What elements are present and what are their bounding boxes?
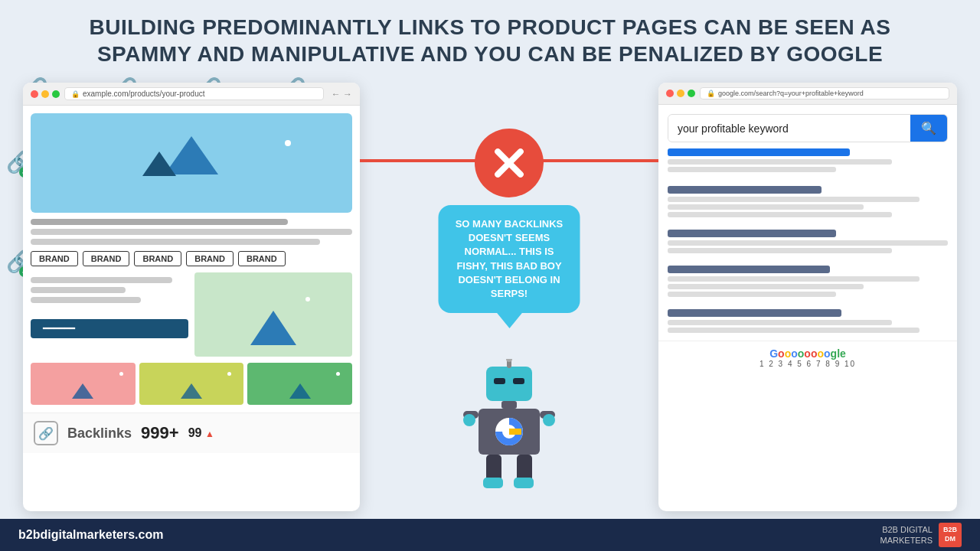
text-line-1 — [31, 219, 288, 225]
svg-rect-12 — [465, 419, 474, 425]
header: BUILDING PREDOMINANTLY LINKS TO PRODUCT … — [0, 0, 980, 75]
svg-rect-2 — [513, 378, 524, 384]
thumb-2 — [139, 363, 244, 405]
google-search-bar[interactable]: 🔍 — [668, 114, 948, 142]
product-buy-button[interactable]: ━━━━━━ — [31, 319, 188, 338]
brand-tag-1: BRAND — [31, 251, 78, 266]
svg-rect-8 — [509, 429, 521, 435]
brand-tag-4: BRAND — [186, 251, 234, 266]
text-line-2 — [31, 229, 352, 235]
serp-title-bar-1 — [668, 148, 850, 156]
serp-desc-4c — [668, 292, 836, 297]
serp-desc-3a — [668, 240, 948, 246]
serp-title-bar-4 — [668, 266, 830, 273]
close-dot — [31, 90, 38, 98]
product-left-col: ━━━━━━ — [31, 272, 188, 357]
brand-tag-5: BRAND — [238, 251, 286, 266]
middle-area: SO MANY BACKLINKS DOESN'T SEEMS NORMAL..… — [360, 75, 658, 511]
minimize-dot-r — [677, 90, 684, 97]
backlinks-rank: 99 ▲ — [188, 426, 214, 440]
serp-title-bar-5 — [668, 309, 841, 317]
footer-url: b2bdigitalmarketers.com — [18, 528, 163, 542]
serp-result-1 — [668, 148, 948, 172]
backlinks-bar: 🔗 Backlinks 999+ 99 ▲ — [23, 412, 360, 453]
footer-logo: B2BDM — [939, 523, 962, 546]
product-image — [194, 272, 352, 357]
footer-brand: B2B DIGITAL MARKETERS B2BDM — [880, 523, 962, 546]
text-line-3 — [31, 239, 320, 245]
close-dot-r — [666, 90, 674, 97]
search-input[interactable] — [668, 116, 910, 141]
serp-desc-1a — [668, 159, 892, 165]
serp-desc-5a — [668, 320, 892, 325]
search-button[interactable]: 🔍 — [910, 115, 947, 142]
svg-rect-0 — [486, 367, 532, 401]
serp-results — [658, 148, 957, 333]
product-hero-image — [31, 113, 352, 213]
footer: b2bdigitalmarketers.com B2B DIGITAL MARK… — [0, 519, 980, 551]
maximize-dot-r — [688, 90, 695, 97]
headline: BUILDING PREDOMINANTLY LINKS TO PRODUCT … — [46, 14, 934, 67]
lock-icon: 🔒 — [71, 90, 80, 98]
window-controls-right — [666, 90, 695, 97]
browser-left: 🔒 example.com/products/your-product ← → … — [23, 83, 360, 511]
google-robot — [463, 359, 555, 496]
serp-desc-3b — [668, 248, 892, 253]
footer-brand-text: B2B DIGITAL MARKETERS — [880, 524, 933, 546]
hero-sun-dot — [285, 140, 291, 146]
window-controls — [31, 90, 60, 98]
svg-rect-17 — [483, 478, 503, 488]
red-x-circle — [475, 129, 544, 197]
main-content: 🔗 ✓ 🔗 ✓ 🔗 ✓ 🔗 ✓ 🔗 ✓ 🔗 ✓ 🔗 ✓ 🔗 ✓ 🔗 ✓ — [0, 75, 980, 511]
backlinks-label: Backlinks — [67, 425, 132, 442]
serp-desc-2c — [668, 212, 892, 217]
product-thumbnails — [31, 363, 352, 405]
thumb-3 — [247, 363, 352, 405]
product-right-col — [194, 272, 352, 357]
svg-rect-15 — [486, 455, 501, 481]
thumb-1 — [31, 363, 136, 405]
pagination-numbers: 1 2 3 4 5 6 7 8 9 10 — [658, 360, 957, 368]
serp-result-2 — [668, 186, 948, 217]
google-pagination: Goooooooogle 1 2 3 4 5 6 7 8 9 10 — [658, 341, 957, 373]
brand-tag-3: BRAND — [134, 251, 181, 266]
serp-desc-2b — [668, 204, 864, 210]
serp-desc-2a — [668, 197, 920, 202]
url-bar-left[interactable]: 🔒 example.com/products/your-product — [64, 87, 324, 100]
google-logo-text: Goooooooogle — [658, 347, 957, 360]
serp-result-5 — [668, 309, 948, 333]
page-text-lines — [31, 219, 352, 245]
rank-up-arrow: ▲ — [205, 429, 214, 439]
serp-title-bar-3 — [668, 230, 836, 237]
backlinks-count: 999+ — [141, 423, 179, 443]
url-bar-right[interactable]: 🔒 google.com/search?q=your+profitable+ke… — [700, 87, 949, 99]
speech-bubble: SO MANY BACKLINKS DOESN'T SEEMS NORMAL..… — [439, 205, 580, 313]
search-icon: 🔍 — [921, 121, 936, 135]
svg-rect-14 — [544, 419, 554, 425]
svg-rect-18 — [514, 478, 534, 488]
serp-desc-4a — [668, 276, 920, 282]
browser-bar-left: 🔒 example.com/products/your-product ← → — [23, 83, 360, 106]
lock-icon-right: 🔒 — [707, 90, 715, 97]
browser-arrows: ← → — [332, 89, 352, 99]
serp-desc-5b — [668, 328, 920, 333]
brand-tags-row: BRAND BRAND BRAND BRAND BRAND — [31, 251, 352, 266]
serp-title-bar-2 — [668, 186, 822, 194]
serp-result-3 — [668, 230, 948, 253]
backlink-chain-icon: 🔗 — [34, 421, 58, 445]
robot-svg — [463, 359, 555, 493]
browser-content-left: BRAND BRAND BRAND BRAND BRAND ━━━━━━ — [23, 106, 360, 412]
browser-bar-right: 🔒 google.com/search?q=your+profitable+ke… — [658, 83, 957, 105]
svg-rect-1 — [494, 378, 505, 384]
minimize-dot — [41, 90, 49, 98]
serp-desc-4b — [668, 284, 864, 289]
svg-rect-16 — [517, 455, 532, 481]
browser-right: 🔒 google.com/search?q=your+profitable+ke… — [658, 83, 957, 511]
maximize-dot — [52, 90, 60, 98]
serp-result-4 — [668, 266, 948, 297]
product-grid: ━━━━━━ — [31, 272, 352, 357]
serp-desc-1b — [668, 167, 836, 172]
svg-rect-5 — [501, 401, 517, 409]
brand-tag-2: BRAND — [83, 251, 130, 266]
